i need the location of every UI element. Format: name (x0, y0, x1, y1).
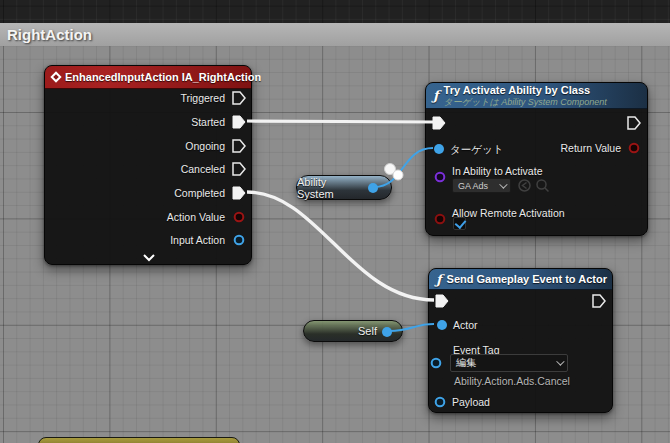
variable-node-self[interactable]: Self (303, 320, 403, 342)
exec-out-pin[interactable] (592, 294, 606, 308)
exec-pin-ongoing[interactable] (232, 139, 246, 153)
node-title: EnhancedInputAction IA_RightAction (65, 71, 261, 83)
comment-title-bar[interactable]: RightAction (0, 23, 670, 46)
node-title: Send Gameplay Event to Actor (447, 273, 607, 285)
node-header[interactable]: EnhancedInputAction IA_RightAction (45, 66, 251, 89)
data-pin-actor[interactable] (435, 318, 449, 332)
exec-out-pin[interactable] (627, 116, 641, 130)
data-pin-allow-remote[interactable] (433, 212, 447, 226)
chevron-down-icon (556, 357, 564, 365)
partial-node-bottom[interactable] (38, 437, 240, 443)
event-tag-path: Ability.Action.Ads.Cancel (454, 375, 570, 387)
pin-label-allow-remote: Allow Remote Activation (452, 206, 565, 220)
variable-label: Ability System (297, 176, 366, 200)
blueprint-graph: RightAction EnhancedInputAction IA_Right… (0, 0, 670, 443)
exec-in-pin[interactable] (435, 294, 449, 308)
ability-class-dropdown[interactable]: GA Ads (452, 178, 511, 193)
node-try-activate-ability[interactable]: ƒ Try Activate Ability by Class ターゲットは A… (425, 82, 648, 236)
pin-label-payload: Payload (452, 395, 490, 409)
pin-label-canceled: Canceled (45, 162, 225, 176)
exec-pin-completed[interactable] (232, 186, 246, 200)
node-subtitle: ターゲットは Ability System Component (444, 96, 607, 108)
function-f-icon: ƒ (433, 88, 439, 103)
exec-pin-started[interactable] (232, 115, 246, 129)
node-title: Try Activate Ability by Class (444, 84, 607, 96)
pin-label-ongoing: Ongoing (45, 139, 225, 153)
data-pin-payload[interactable] (433, 395, 447, 409)
exec-pin-canceled[interactable] (232, 162, 246, 176)
event-tag-dropdown[interactable]: 編集 (450, 354, 568, 372)
use-asset-icon[interactable] (517, 178, 532, 193)
chevron-down-icon[interactable] (143, 254, 155, 262)
data-pin-action-value[interactable] (232, 210, 246, 224)
allow-remote-checkbox[interactable] (453, 217, 466, 230)
pin-label-action-value: Action Value (45, 210, 225, 224)
data-pin-return-value[interactable] (627, 141, 641, 155)
data-pin-ability-system-out[interactable] (366, 181, 380, 195)
graph-background-outside-comment[interactable] (0, 0, 670, 23)
browse-search-icon[interactable] (535, 178, 550, 193)
pin-label-input-action: Input Action (45, 233, 225, 247)
data-pin-in-ability-class[interactable] (433, 170, 447, 184)
node-header[interactable]: ƒ Try Activate Ability by Class ターゲットは A… (426, 83, 647, 109)
ability-class-value: GA Ads (458, 181, 488, 191)
exec-in-pin[interactable] (432, 116, 446, 130)
data-pin-input-action[interactable] (232, 233, 246, 247)
data-pin-event-tag[interactable] (429, 356, 443, 370)
chevron-down-icon (499, 180, 507, 188)
pin-label-return-value: Return Value (426, 141, 621, 155)
function-f-icon: ƒ (436, 272, 442, 287)
pin-label-completed: Completed (45, 186, 225, 200)
exec-pin-triggered[interactable] (232, 91, 246, 105)
pin-label-triggered: Triggered (45, 91, 225, 105)
event-diamond-icon (50, 71, 61, 82)
variable-node-ability-system[interactable]: Ability System (296, 175, 392, 200)
variable-label: Self (358, 325, 377, 337)
event-tag-value: 編集 (456, 356, 476, 370)
node-send-gameplay-event[interactable]: ƒ Send Gameplay Event to Actor Actor Eve… (428, 268, 613, 413)
pin-label-started: Started (45, 115, 225, 129)
pin-label-in-ability: In Ability to Activate (452, 164, 542, 178)
pin-label-actor: Actor (453, 318, 478, 332)
node-header[interactable]: ƒ Send Gameplay Event to Actor (429, 269, 612, 290)
data-pin-self-out[interactable] (380, 325, 394, 339)
node-enhanced-input-action[interactable]: EnhancedInputAction IA_RightAction Trigg… (44, 65, 252, 265)
